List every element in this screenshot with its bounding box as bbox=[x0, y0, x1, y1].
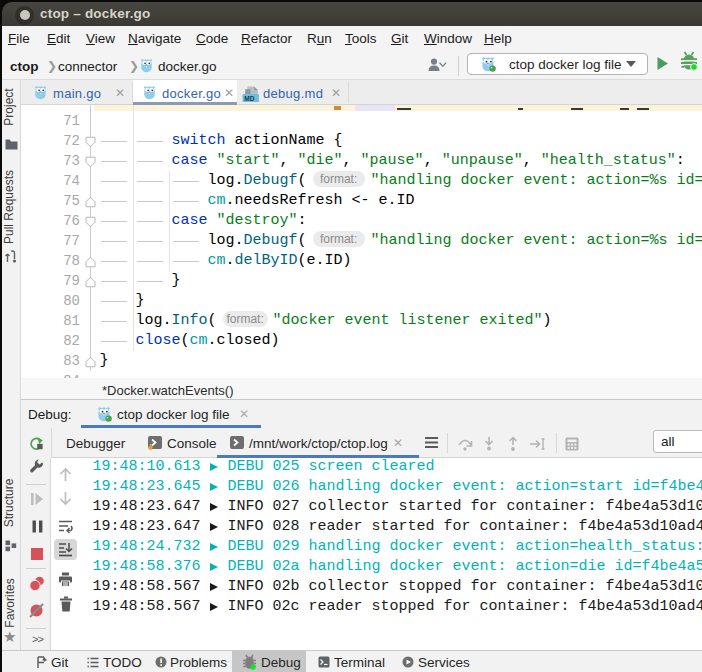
svg-text:MD: MD bbox=[244, 95, 254, 102]
